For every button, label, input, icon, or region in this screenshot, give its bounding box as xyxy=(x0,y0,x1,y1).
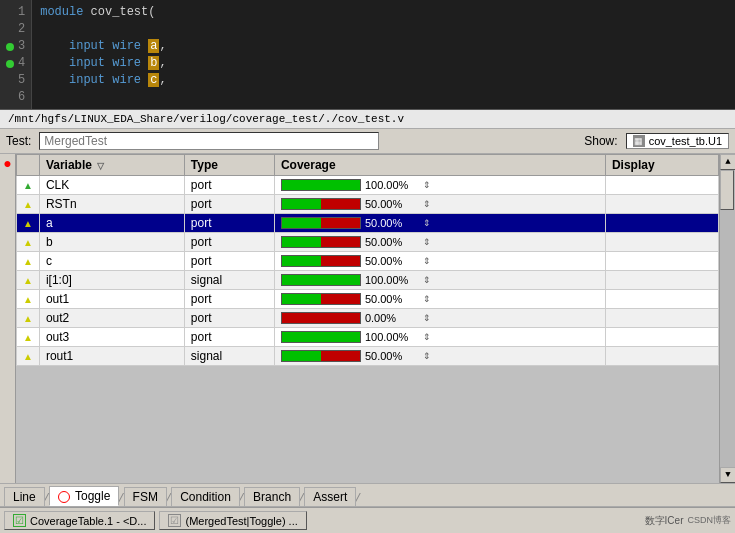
scroll-up-btn[interactable]: ▲ xyxy=(720,154,735,170)
row-marker-cell: ▲ xyxy=(17,214,40,233)
scroll-thumb[interactable] xyxy=(720,170,734,210)
table-section: ● Variable ▽ Type xyxy=(0,154,735,483)
row-marker-icon: ▲ xyxy=(23,180,33,191)
cov-red-fill xyxy=(321,237,360,247)
code-line-1: module cov_test( xyxy=(40,4,727,21)
cov-red-fill xyxy=(321,294,360,304)
tab-line-label: Line xyxy=(13,490,36,504)
cov-bar-container: 50.00% ⇕ xyxy=(281,217,599,229)
taskbar: ☑ CoverageTable.1 - <D... ☑ (MergedTest|… xyxy=(0,507,735,533)
cov-red-fill xyxy=(321,256,360,266)
row-marker-icon: ▲ xyxy=(23,256,33,267)
table-row[interactable]: ▲ out1 port 50.00% ⇕ xyxy=(17,290,719,309)
table-row[interactable]: ▲ out2 port 0.00% ⇕ xyxy=(17,309,719,328)
cov-text: 50.00% xyxy=(365,236,419,248)
row-coverage: 100.00% ⇕ xyxy=(274,328,605,347)
cov-green-fill xyxy=(282,237,321,247)
cov-bar xyxy=(281,236,361,248)
code-content: module cov_test( input wire a, input wir… xyxy=(32,0,735,109)
cov-green-fill xyxy=(282,275,360,285)
toggle-circle-icon xyxy=(58,491,70,503)
th-type-label: Type xyxy=(191,158,218,172)
table-row[interactable]: ▲ CLK port 100.00% ⇕ xyxy=(17,176,719,195)
cov-text: 50.00% xyxy=(365,255,419,267)
table-row[interactable]: ▲ b port 50.00% ⇕ xyxy=(17,233,719,252)
cov-bar xyxy=(281,179,361,191)
test-bar: Test: Show: ▦ cov_test_tb.U1 xyxy=(0,129,735,154)
th-display-label: Display xyxy=(612,158,655,172)
cov-bar-container: 50.00% ⇕ xyxy=(281,293,599,305)
cov-bar xyxy=(281,274,361,286)
line-2: 2 xyxy=(6,21,25,38)
row-coverage: 100.00% ⇕ xyxy=(274,176,605,195)
row-variable: c xyxy=(39,252,184,271)
line-num: 5 xyxy=(18,72,25,89)
cov-bar-container: 50.00% ⇕ xyxy=(281,350,599,362)
row-marker-cell: ▲ xyxy=(17,290,40,309)
keyword: input xyxy=(69,39,105,53)
watermark: 数字ICer CSDN博客 xyxy=(645,514,731,528)
tab-line[interactable]: Line xyxy=(4,487,45,506)
tab-row: Line / Toggle / FSM / Condition / Branch… xyxy=(0,483,735,507)
tab-branch[interactable]: Branch xyxy=(244,487,300,506)
code-line-6 xyxy=(40,89,727,106)
cov-arrows: ⇕ xyxy=(423,256,431,266)
sort-icon: ▽ xyxy=(97,161,104,171)
table-row[interactable]: ▲ rout1 signal 50.00% ⇕ xyxy=(17,347,719,366)
table-row[interactable]: ▲ i[1:0] signal 100.00% ⇕ xyxy=(17,271,719,290)
row-type: port xyxy=(184,252,274,271)
tab-assert[interactable]: Assert xyxy=(304,487,356,506)
th-display: Display xyxy=(605,155,718,176)
show-value-text: cov_test_tb.U1 xyxy=(649,135,722,147)
tab-toggle[interactable]: Toggle xyxy=(49,486,120,506)
scroll-down-btn[interactable]: ▼ xyxy=(720,467,735,483)
cov-text: 50.00% xyxy=(365,350,419,362)
row-marker-cell: ▲ xyxy=(17,233,40,252)
taskbar-btn-1[interactable]: ☑ CoverageTable.1 - <D... xyxy=(4,511,155,530)
cov-green-fill xyxy=(282,199,321,209)
module-icon: ▦ xyxy=(633,135,645,147)
line-numbers: 1 2 3 4 5 6 xyxy=(0,0,32,109)
cov-bar-container: 50.00% ⇕ xyxy=(281,198,599,210)
row-type: port xyxy=(184,290,274,309)
row-marker-cell: ▲ xyxy=(17,271,40,290)
cov-arrows: ⇕ xyxy=(423,294,431,304)
btn1-icon: ☑ xyxy=(13,514,26,527)
keyword: input xyxy=(69,56,105,70)
cov-bar xyxy=(281,255,361,267)
taskbar-btn-2[interactable]: ☑ (MergedTest|Toggle) ... xyxy=(159,511,306,530)
row-coverage: 50.00% ⇕ xyxy=(274,214,605,233)
row-display xyxy=(605,309,718,328)
line-1: 1 xyxy=(6,4,25,21)
tab-condition[interactable]: Condition xyxy=(171,487,240,506)
line-num: 4 xyxy=(18,55,25,72)
table-row[interactable]: ▲ a port 50.00% ⇕ xyxy=(17,214,719,233)
row-display xyxy=(605,328,718,347)
breakpoint-dot xyxy=(6,43,14,51)
line-6: 6 xyxy=(6,89,25,106)
row-display xyxy=(605,233,718,252)
th-variable-label: Variable xyxy=(46,158,92,172)
filepath-text: /mnt/hgfs/LINUX_EDA_Share/verilog/covera… xyxy=(8,113,404,125)
ident-b: b xyxy=(148,56,159,70)
cov-red-fill xyxy=(321,199,360,209)
watermark-sub: CSDN博客 xyxy=(687,514,731,527)
test-input[interactable] xyxy=(39,132,379,150)
btn1-label: CoverageTable.1 - <D... xyxy=(30,515,146,527)
cov-green-fill xyxy=(282,218,321,228)
row-display xyxy=(605,176,718,195)
table-row[interactable]: ▲ RSTn port 50.00% ⇕ xyxy=(17,195,719,214)
watermark-text: 数字ICer xyxy=(645,514,684,528)
row-display xyxy=(605,214,718,233)
cov-text: 50.00% xyxy=(365,217,419,229)
coverage-table: Variable ▽ Type Coverage Display xyxy=(16,154,719,366)
main-layout: 1 2 3 4 5 6 module cov_test( input wire … xyxy=(0,0,735,533)
vertical-scrollbar[interactable]: ▲ ▼ xyxy=(719,154,735,483)
row-marker-icon: ▲ xyxy=(23,275,33,286)
table-row[interactable]: ▲ out3 port 100.00% ⇕ xyxy=(17,328,719,347)
table-row[interactable]: ▲ c port 50.00% ⇕ xyxy=(17,252,719,271)
row-marker-cell: ▲ xyxy=(17,176,40,195)
ident-a: a xyxy=(148,39,159,53)
tab-fsm[interactable]: FSM xyxy=(124,487,167,506)
cov-green-fill xyxy=(282,256,321,266)
